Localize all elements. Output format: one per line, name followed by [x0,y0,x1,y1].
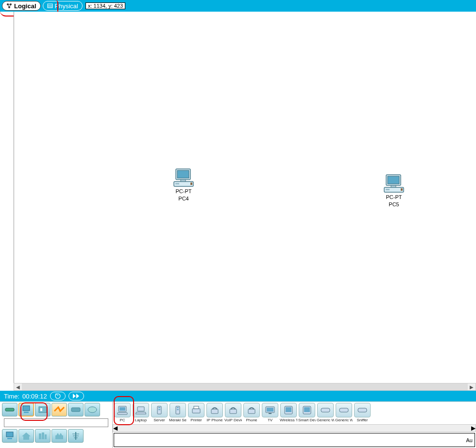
logical-tab[interactable]: Logical [2,1,41,11]
logical-icon [6,3,12,9]
time-label: Time: [4,393,19,400]
reset-icon [54,393,61,399]
category-connections[interactable] [51,403,67,416]
status-text: Au [466,437,473,443]
svg-rect-19 [71,408,80,412]
logical-tab-label: Logical [14,2,36,10]
pc-icon [173,168,194,187]
fast-forward-button[interactable] [68,392,84,400]
subcat-home[interactable] [18,429,34,443]
device-item-smart-device[interactable]: Smart Device [298,403,316,422]
device-icon [243,403,260,417]
device-label: Server [151,418,168,422]
device-item-tv[interactable]: TV [261,403,279,422]
view-tabs-bar: Logical Physical x: 1134, y: 423 [0,0,476,12]
svg-rect-6 [48,4,52,8]
svg-point-20 [88,407,97,413]
device-label: Smart Device [298,418,316,422]
palette-categories [0,402,113,448]
device-name-label: PC5 [383,201,405,208]
device-icon [206,403,223,417]
svg-rect-21 [6,432,13,437]
workspace-hscroll[interactable]: ◀ ▶ [14,383,476,391]
scroll-right-icon[interactable]: ▶ [468,383,476,391]
device-type-label: PC-PT [383,194,405,200]
device-item-server[interactable]: Server [151,403,168,422]
svg-marker-12 [73,394,76,398]
device-label: Phone [243,418,260,422]
palette-devices-pane: PCLaptopServerMeraki ServerPrinterIP Pho… [113,402,476,448]
fast-forward-icon [73,394,80,398]
device-label: Meraki Server [169,418,187,422]
workspace-device-pc4[interactable]: PC-PTPC4 [173,168,194,202]
pc-icon [383,174,405,193]
reset-time-button[interactable] [50,392,66,400]
svg-marker-30 [59,433,62,435]
device-icon [188,403,204,417]
scroll-left-icon[interactable]: ◀ [113,425,118,431]
svg-marker-29 [56,433,59,435]
device-label: TV [261,418,279,422]
palette-hscroll[interactable]: ◀ ▶ [113,424,476,432]
device-item-generic-wired[interactable]: Generic Wired [335,403,353,422]
device-item-laptop[interactable]: Laptop [132,403,150,422]
category-network-devices[interactable] [2,403,17,416]
device-item-printer[interactable]: Printer [187,403,205,422]
device-item-sniffer[interactable]: Sniffer [354,403,371,422]
category-misc-1[interactable] [68,403,84,416]
device-item-generic-wireless[interactable]: Generic Wireless [317,403,334,422]
scroll-right-icon[interactable]: ▶ [471,425,476,431]
category-end-devices[interactable] [18,403,34,416]
device-label: Printer [187,418,205,422]
category-components[interactable] [35,403,51,416]
device-item-wireless-tablet[interactable]: Wireless Tablet [280,403,297,422]
svg-rect-15 [23,406,30,411]
subcat-industrial[interactable] [51,429,67,443]
svg-rect-14 [5,408,14,411]
device-icon [114,403,131,417]
svg-rect-17 [39,407,47,413]
subcat-end-devices[interactable] [2,429,17,443]
physical-tab-label: Physical [55,2,78,10]
device-item-ip-phone[interactable]: IP Phone [206,403,223,422]
subcat-power-grid[interactable] [68,429,84,443]
scroll-left-icon[interactable]: ◀ [14,383,22,391]
coordinates-display: x: 1134, y: 423 [85,2,125,9]
workspace-device-pc5[interactable]: PC-PTPC5 [383,174,405,208]
device-label: Wireless Tablet [280,418,297,422]
time-value: 00:09:12 [22,393,47,400]
svg-rect-18 [40,408,42,411]
svg-rect-25 [39,433,41,439]
palette-device-list: PCLaptopServerMeraki ServerPrinterIP Pho… [113,402,476,424]
status-hint: Au [114,433,475,447]
workspace-canvas[interactable]: PC-PTPC4PC-PTPC5 [14,12,476,383]
device-icon [133,403,149,417]
device-icon [317,403,334,417]
simulation-time-bar: Time: 00:09:12 [0,391,476,401]
device-item-phone[interactable]: Phone [243,403,260,422]
device-type-label: PC-PT [173,188,194,195]
svg-rect-27 [45,434,47,439]
device-label: IP Phone [206,418,223,422]
device-item-voip-device[interactable]: VoIP Device [224,403,242,422]
physical-icon [47,3,53,9]
device-label: Sniffer [354,418,371,422]
device-icon [280,403,297,417]
palette-search-input[interactable] [4,418,108,427]
svg-rect-28 [55,435,63,439]
device-item-meraki-server[interactable]: Meraki Server [169,403,187,422]
device-label: Generic Wireless [317,418,334,422]
category-multiuser[interactable] [85,403,100,416]
device-icon [262,403,278,417]
device-icon [336,403,352,417]
device-name-label: PC4 [173,196,194,202]
subcat-smart-city[interactable] [35,429,51,443]
device-label: VoIP Device [224,418,242,422]
device-label: PC [114,418,131,422]
physical-tab[interactable]: Physical [43,1,83,11]
svg-rect-24 [23,436,29,440]
device-icon [225,403,241,417]
device-label: Generic Wired [335,418,353,422]
svg-rect-16 [24,412,29,413]
device-item-pc[interactable]: PC [114,403,131,422]
